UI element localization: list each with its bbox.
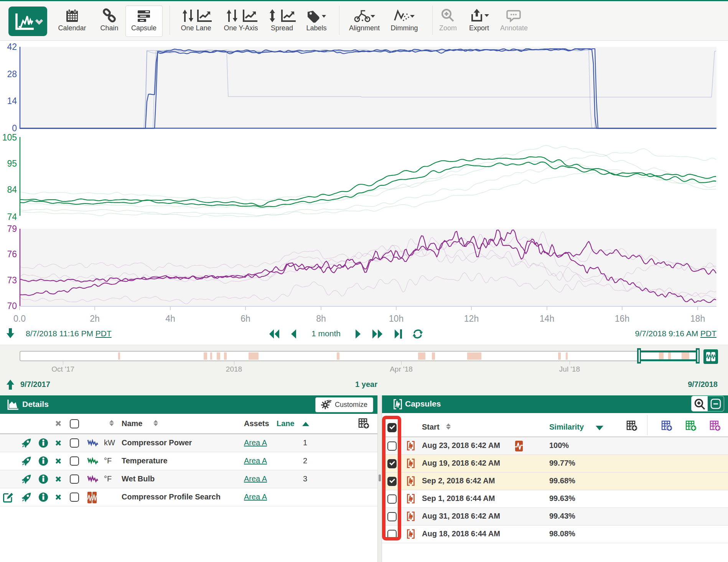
svg-text:42: 42 [7, 42, 17, 52]
svg-text:28: 28 [7, 69, 17, 79]
svg-text:84: 84 [7, 185, 17, 195]
svg-text:14: 14 [7, 96, 17, 106]
svg-text:0: 0 [12, 123, 17, 133]
svg-text:74: 74 [7, 212, 17, 222]
svg-text:73: 73 [7, 275, 17, 285]
svg-text:76: 76 [7, 249, 17, 259]
svg-text:105: 105 [2, 132, 17, 142]
svg-text:79: 79 [7, 224, 17, 234]
svg-text:70: 70 [7, 301, 17, 311]
svg-text:95: 95 [7, 159, 17, 169]
